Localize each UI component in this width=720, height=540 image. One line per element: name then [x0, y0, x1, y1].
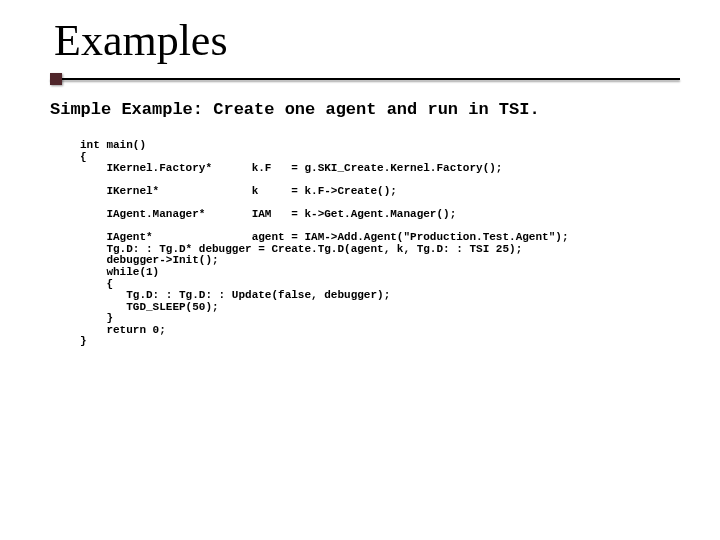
rule-line — [50, 78, 680, 80]
notch-icon — [50, 73, 62, 85]
slide-title: Examples — [54, 18, 228, 64]
slide-subtitle: Simple Example: Create one agent and run… — [50, 100, 540, 119]
slide-title-row: Examples — [54, 18, 680, 64]
slide: Examples Simple Example: Create one agen… — [0, 0, 720, 540]
code-block: int main() { IKernel.Factory* k.F = g.SK… — [80, 140, 568, 348]
title-underline — [50, 78, 680, 88]
